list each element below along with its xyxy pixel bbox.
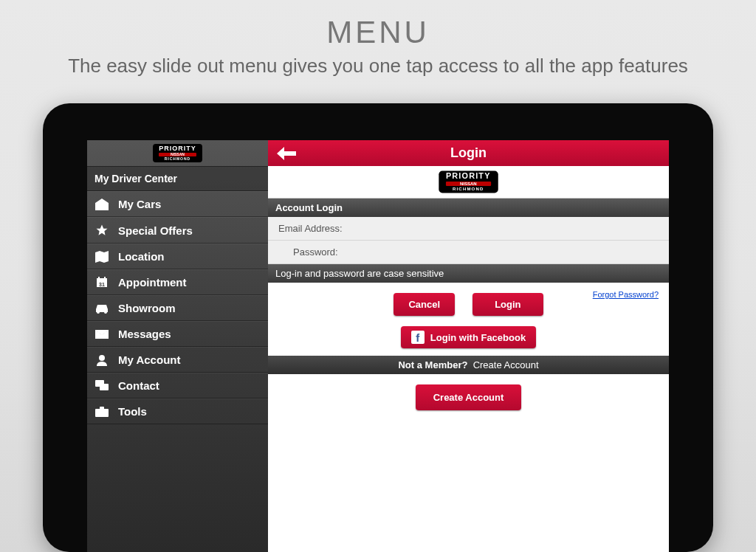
facebook-login-button[interactable]: f Login with Facebook: [401, 326, 536, 348]
svg-point-5: [99, 355, 105, 361]
password-row[interactable]: Password:: [268, 241, 669, 264]
sidebar-item-label: My Cars: [118, 198, 161, 210]
create-account-row: Create Account: [268, 374, 669, 421]
logo-line1: PRIORITY: [159, 145, 196, 152]
member-bar: Not a Member? Create Account: [268, 356, 669, 374]
page-title: MENU: [0, 15, 756, 50]
svg-point-3: [97, 311, 100, 314]
app-screen: PRIORITY NISSAN RICHMOND My Driver Cente…: [87, 140, 669, 552]
logo-line3: RICHMOND: [159, 157, 196, 161]
email-input[interactable]: [360, 223, 659, 234]
email-label: Email Address:: [278, 223, 360, 234]
member-question: Not a Member?: [398, 359, 467, 370]
forgot-password-link[interactable]: Forgot Password?: [593, 290, 659, 299]
svg-rect-0: [98, 277, 100, 279]
garage-icon: [94, 199, 109, 210]
back-button[interactable]: [268, 140, 305, 166]
star-icon: [94, 224, 109, 237]
main-pane: Login PRIORITY NISSAN RICHMOND Account L…: [268, 140, 669, 552]
svg-text:31: 31: [99, 282, 105, 287]
map-icon: [94, 251, 109, 263]
speech-icon: [94, 380, 109, 392]
email-row[interactable]: Email Address:: [268, 217, 669, 241]
sidebar-logo: PRIORITY NISSAN RICHMOND: [87, 140, 268, 166]
tablet-frame: PRIORITY NISSAN RICHMOND My Driver Cente…: [43, 103, 713, 552]
svg-rect-1: [104, 277, 106, 279]
sidebar-item-label: Tools: [118, 405, 147, 418]
password-label: Password:: [293, 246, 360, 258]
sidebar-item-label: My Account: [118, 353, 180, 366]
cancel-button[interactable]: Cancel: [394, 293, 455, 316]
login-button[interactable]: Login: [472, 293, 543, 316]
sidebar-item-my-account[interactable]: My Account: [87, 347, 268, 373]
action-row: Cancel Login Forgot Password?: [268, 283, 669, 319]
sidebar-item-messages[interactable]: Messages: [87, 321, 268, 347]
svg-rect-7: [100, 384, 109, 390]
screen-title: Login: [268, 145, 669, 161]
svg-point-4: [104, 311, 107, 314]
briefcase-icon: [94, 407, 109, 417]
facebook-icon: f: [411, 331, 425, 344]
section-header-login: Account Login: [268, 199, 669, 217]
envelope-icon: [94, 330, 109, 339]
sidebar-header: My Driver Center: [87, 166, 268, 191]
case-note: Log-in and password are case sensitive: [268, 264, 669, 283]
sidebar-item-appointment[interactable]: 31 Appointment: [87, 269, 268, 295]
logo-line1: PRIORITY: [446, 173, 491, 181]
sidebar-item-label: Showroom: [118, 302, 176, 314]
password-input[interactable]: [360, 246, 659, 258]
sidebar-item-label: Contact: [118, 379, 159, 392]
logo-line3: RICHMOND: [446, 187, 491, 191]
sidebar-item-contact[interactable]: Contact: [87, 373, 268, 399]
sidebar-item-label: Messages: [118, 328, 171, 340]
svg-rect-8: [95, 409, 109, 417]
title-bar: Login: [268, 140, 669, 166]
page-subtitle: The easy slide out menu gives you one ta…: [0, 55, 756, 77]
sidebar: PRIORITY NISSAN RICHMOND My Driver Cente…: [87, 140, 268, 552]
sidebar-item-tools[interactable]: Tools: [87, 399, 268, 424]
svg-rect-9: [100, 407, 104, 410]
person-icon: [94, 354, 109, 366]
create-account-button[interactable]: Create Account: [416, 384, 522, 410]
content-logo: PRIORITY NISSAN RICHMOND: [268, 166, 669, 199]
car-icon: [94, 303, 109, 314]
facebook-label: Login with Facebook: [430, 332, 526, 343]
sidebar-item-location[interactable]: Location: [87, 244, 268, 269]
calendar-icon: 31: [94, 277, 109, 289]
sidebar-item-special-offers[interactable]: Special Offers: [87, 217, 268, 244]
facebook-row: f Login with Facebook: [268, 319, 669, 356]
sidebar-item-label: Special Offers: [118, 224, 193, 237]
back-arrow-icon: [277, 147, 296, 160]
sidebar-item-label: Location: [118, 250, 165, 263]
sidebar-item-label: Appointment: [118, 276, 186, 289]
sidebar-item-my-cars[interactable]: My Cars: [87, 191, 268, 217]
create-account-link[interactable]: Create Account: [473, 359, 539, 370]
sidebar-item-showroom[interactable]: Showroom: [87, 295, 268, 321]
